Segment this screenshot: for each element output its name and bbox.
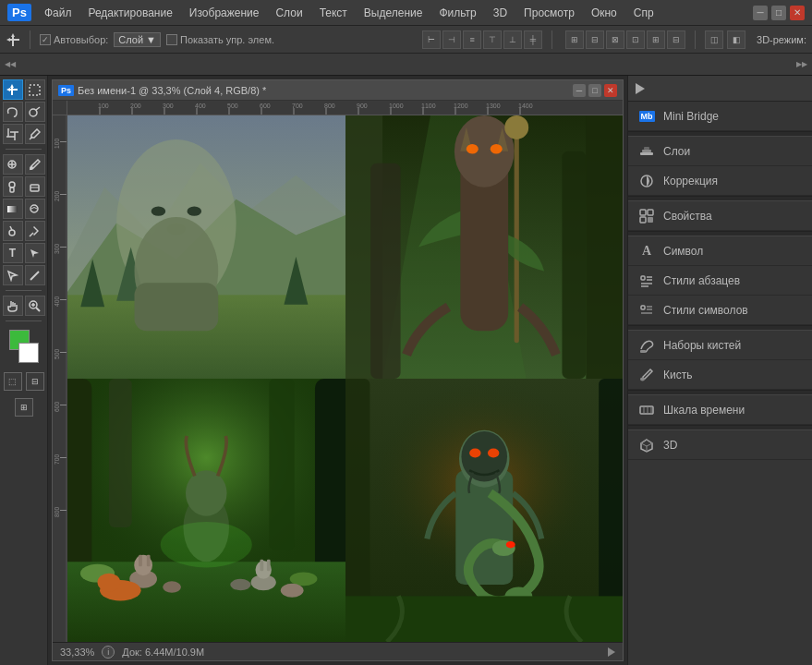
svg-rect-149 bbox=[640, 217, 646, 223]
warrior-svg bbox=[345, 379, 624, 642]
svg-text:1400: 1400 bbox=[518, 103, 533, 109]
gradient-tool[interactable] bbox=[3, 199, 23, 219]
eraser-tool[interactable] bbox=[25, 176, 45, 197]
crop-tool[interactable] bbox=[3, 124, 23, 144]
panel-item-paragraph-styles[interactable]: Стили абзацев bbox=[628, 266, 812, 296]
menu-window[interactable]: Окно bbox=[584, 4, 624, 22]
menu-view[interactable]: Просмотр bbox=[516, 4, 582, 22]
dist-icon1[interactable]: ⊞ bbox=[565, 30, 584, 49]
direct-select-tool[interactable] bbox=[3, 265, 23, 285]
brush-label: Кисть bbox=[663, 369, 692, 381]
align-center-icon[interactable]: ⊣ bbox=[442, 30, 461, 49]
doc-maximize-button[interactable]: □ bbox=[588, 84, 601, 97]
3d-icon2[interactable]: ◧ bbox=[727, 30, 745, 49]
ruler-v-container: 100 200 300 400 500 600 700 bbox=[53, 115, 623, 642]
dist-icon5[interactable]: ⊞ bbox=[647, 30, 665, 49]
extra-mode-icon[interactable]: ⊞ bbox=[15, 398, 33, 417]
line-tool[interactable] bbox=[25, 265, 45, 285]
maximize-button[interactable]: □ bbox=[771, 6, 786, 20]
doc-close-button[interactable]: ✕ bbox=[604, 84, 617, 97]
menu-help[interactable]: Спр bbox=[626, 4, 661, 22]
collapse-left-icon[interactable]: ◀◀ bbox=[6, 57, 15, 72]
minimize-button[interactable]: ─ bbox=[753, 6, 768, 20]
3d-icon1[interactable]: ◫ bbox=[705, 30, 723, 49]
autoselect-checkbox[interactable]: ✓ bbox=[40, 34, 51, 45]
panel-item-symbol[interactable]: A Символ bbox=[628, 236, 812, 266]
menu-3d[interactable]: 3D bbox=[486, 4, 515, 22]
panel-header bbox=[628, 76, 812, 102]
menu-image[interactable]: Изображение bbox=[182, 4, 267, 22]
type-tool[interactable]: T bbox=[3, 243, 23, 263]
menu-file[interactable]: Файл bbox=[37, 4, 79, 22]
align-left-icon[interactable]: ⊢ bbox=[422, 30, 441, 49]
dist-icon3[interactable]: ⊠ bbox=[606, 30, 624, 49]
menu-layers[interactable]: Слои bbox=[268, 4, 309, 22]
svg-rect-90 bbox=[135, 283, 219, 331]
background-color[interactable] bbox=[18, 343, 39, 363]
marquee-tool[interactable] bbox=[25, 79, 45, 100]
pen-tool[interactable] bbox=[25, 221, 45, 241]
dist-icon2[interactable]: ⊟ bbox=[586, 30, 604, 49]
panel-item-brush-presets[interactable]: Наборы кистей bbox=[628, 331, 812, 360]
menu-filter[interactable]: Фильтр bbox=[431, 4, 483, 22]
panel-item-char-styles[interactable]: Стили символов bbox=[628, 296, 812, 325]
dist-icon4[interactable]: ⊡ bbox=[626, 30, 645, 49]
quick-mask-icon[interactable]: ⬚ bbox=[4, 372, 22, 391]
quick-select-tool[interactable] bbox=[25, 102, 45, 122]
panel-item-correction[interactable]: Коррекция bbox=[628, 166, 812, 196]
blur-tool[interactable] bbox=[25, 199, 45, 219]
svg-point-15 bbox=[30, 166, 33, 170]
move-tool[interactable] bbox=[3, 79, 23, 100]
eyedropper-tool[interactable] bbox=[25, 124, 45, 144]
svg-rect-4 bbox=[30, 85, 40, 95]
svg-text:300: 300 bbox=[54, 244, 60, 254]
panel-item-mini-bridge[interactable]: Mb Mini Bridge bbox=[628, 102, 812, 131]
hand-tool[interactable] bbox=[3, 296, 23, 316]
dist-icon6[interactable]: ⊟ bbox=[667, 30, 685, 49]
clone-tool[interactable] bbox=[3, 176, 23, 197]
path-select-tool[interactable] bbox=[25, 243, 45, 263]
mountain-giant-svg bbox=[67, 115, 345, 379]
align-right-icon[interactable]: ≡ bbox=[463, 30, 481, 49]
panel-item-brush[interactable]: Кисть bbox=[628, 360, 812, 390]
document-status-bar: 33,33% i Док: 6.44M/10.9M bbox=[53, 642, 623, 660]
panel-item-3d[interactable]: 3D bbox=[628, 430, 812, 460]
menu-text[interactable]: Текст bbox=[312, 4, 355, 22]
panel-item-layers[interactable]: Слои bbox=[628, 137, 812, 166]
align-bottom-icon[interactable]: ╪ bbox=[524, 30, 542, 49]
svg-rect-109 bbox=[109, 379, 132, 527]
svg-rect-150 bbox=[648, 217, 653, 223]
align-mid-icon[interactable]: ⊥ bbox=[503, 30, 522, 49]
panel-item-timeline[interactable]: Шкала времени bbox=[628, 395, 812, 425]
brush-tool[interactable] bbox=[25, 154, 45, 175]
svg-text:1000: 1000 bbox=[389, 103, 404, 109]
align-top-icon[interactable]: ⊤ bbox=[483, 30, 502, 49]
healing-tool[interactable] bbox=[3, 154, 23, 175]
dodge-tool[interactable] bbox=[3, 221, 23, 241]
zoom-tool[interactable] bbox=[25, 296, 45, 316]
svg-rect-160 bbox=[640, 350, 646, 353]
panel-play-button[interactable] bbox=[636, 83, 645, 94]
menu-bar: Файл Редактирование Изображение Слои Тек… bbox=[37, 4, 661, 22]
screen-mode-icon[interactable]: ⊟ bbox=[26, 372, 44, 391]
lasso-tool[interactable] bbox=[3, 102, 23, 122]
close-button[interactable]: ✕ bbox=[790, 6, 805, 20]
zoom-level: 33,33% bbox=[60, 647, 94, 658]
tool-row-3 bbox=[2, 124, 45, 144]
status-info-icon[interactable]: i bbox=[102, 646, 115, 659]
panel-items: Mb Mini Bridge Слои Коррекция bbox=[628, 102, 812, 665]
collapse-right-icon[interactable]: ▶▶ bbox=[797, 57, 806, 72]
image-bottom-right bbox=[345, 379, 624, 642]
show-controls-checkbox[interactable] bbox=[166, 34, 177, 45]
menu-select[interactable]: Выделение bbox=[357, 4, 430, 22]
doc-minimize-button[interactable]: ─ bbox=[573, 84, 586, 97]
svg-rect-142 bbox=[345, 596, 624, 642]
play-button[interactable] bbox=[608, 647, 615, 657]
svg-point-126 bbox=[163, 581, 181, 592]
menu-edit[interactable]: Редактирование bbox=[80, 4, 179, 22]
panel-item-properties[interactable]: Свойства bbox=[628, 201, 812, 231]
layer-dropdown[interactable]: Слой ▼ bbox=[114, 32, 161, 47]
3d-label: 3D bbox=[663, 439, 677, 452]
show-controls-label: Показать упр. элем. bbox=[180, 34, 274, 45]
char-styles-label: Стили символов bbox=[663, 304, 748, 317]
